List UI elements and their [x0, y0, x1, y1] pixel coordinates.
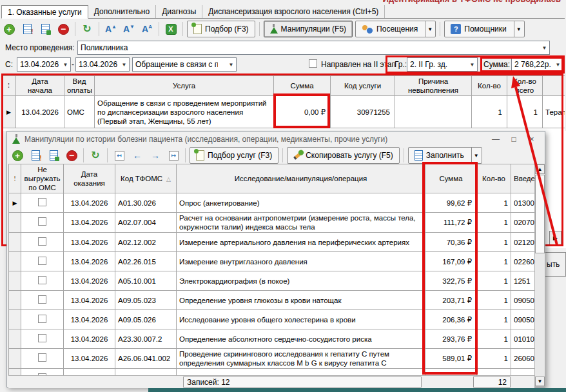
add-button[interactable]: +: [1, 21, 17, 37]
minimize-button[interactable]: —: [487, 132, 505, 146]
omc-checkbox[interactable]: [38, 217, 46, 226]
omc-checkbox[interactable]: [38, 295, 46, 304]
add-button[interactable]: +: [10, 148, 25, 163]
table-row[interactable]: 13.04.2026A23.30.007.2Определение абсолю…: [9, 329, 535, 349]
date-to-combobox[interactable]: 13.04.2026▼: [75, 57, 130, 72]
chevron-down-icon[interactable]: ▼: [226, 62, 236, 68]
table-row[interactable]: ▶13.04.2026A01.30.026Опрос (анкетировани…: [9, 193, 535, 213]
font-decrease-button[interactable]: A▼: [121, 21, 137, 37]
omc-checkbox-cell[interactable]: [21, 271, 64, 291]
podbor-uslug-button[interactable]: Подбор услуг (F3): [190, 147, 278, 164]
omc-checkbox-cell[interactable]: [21, 252, 64, 271]
delete-button[interactable]: −: [64, 148, 79, 163]
col-header-dept[interactable]: [543, 76, 565, 96]
scrollbar-thumb[interactable]: [535, 175, 545, 253]
omc-checkbox-cell[interactable]: [21, 310, 64, 329]
omc-checkbox[interactable]: [38, 334, 46, 342]
table-row[interactable]: 13.04.2026A26.06.041.002Проведение скрин…: [9, 349, 535, 369]
table-row[interactable]: 13.04.2026A05.10.001Электрокардиография …: [9, 271, 535, 291]
chevron-down-icon[interactable]: ▼: [553, 62, 563, 68]
column-options-icon[interactable]: ⁞: [9, 164, 21, 193]
table-row[interactable]: 13.04.2026A02.26.015Измерение внутриглаз…: [9, 252, 535, 271]
manipulations-button[interactable]: Манипуляции (F5): [264, 21, 353, 37]
table-row[interactable]: 13.04.2026A02.07.004Расчет на основании …: [9, 213, 535, 233]
save-button[interactable]: [37, 21, 53, 37]
chevron-down-icon[interactable]: ▼: [119, 62, 129, 68]
tab-diagnoses[interactable]: Диагнозы: [156, 5, 202, 18]
delete-button[interactable]: −: [55, 21, 71, 37]
last-record-button[interactable]: ↦: [166, 148, 181, 163]
fill-button[interactable]: Заполнить ▼: [408, 147, 482, 164]
col-header-qty[interactable]: Кол-во: [477, 164, 511, 193]
col-header-tfoms-code[interactable]: Код ТФОМС△: [115, 164, 177, 193]
omc-checkbox-cell[interactable]: [21, 193, 64, 213]
omc-checkbox[interactable]: [38, 237, 46, 246]
col-header-reason[interactable]: Причина невыполнения: [395, 76, 472, 96]
omc-checkbox-cell[interactable]: [21, 233, 64, 252]
tab-additional[interactable]: Дополнительно: [88, 5, 156, 18]
table-row[interactable]: 13.04.2026A09.05.023Определение уровня г…: [9, 291, 535, 310]
col-header-sum[interactable]: Сумма: [274, 76, 331, 96]
omc-checkbox[interactable]: [38, 257, 46, 265]
helpers-button[interactable]: ? Помощники ▼: [444, 21, 524, 37]
chevron-down-icon[interactable]: ▼: [467, 62, 477, 68]
col-header-code[interactable]: Код услуги: [331, 76, 395, 96]
col-header-sum[interactable]: Сумма: [425, 164, 477, 193]
fill-dropdown-arrow[interactable]: ▼: [471, 148, 481, 163]
tab-rendered-services[interactable]: 1. Оказанные услуги: [1, 5, 88, 19]
copy-service-button[interactable]: Скопировать услугу (F5): [287, 147, 400, 164]
chevron-down-icon[interactable]: ▼: [61, 62, 70, 68]
font-increase-button[interactable]: A▲: [103, 21, 119, 37]
col-header-qty-total[interactable]: Кол-во всего: [507, 76, 543, 96]
refresh-button[interactable]: ↻: [79, 21, 95, 37]
first-record-button[interactable]: ↤: [112, 148, 127, 163]
edit-button[interactable]: [28, 148, 43, 163]
excel-export-button[interactable]: X: [163, 21, 179, 37]
omc-checkbox[interactable]: [38, 353, 46, 362]
hscroll-right-button[interactable]: ▶: [549, 231, 561, 245]
group-combobox[interactable]: 2. II Гр. зд.▼: [407, 57, 478, 72]
place-combobox[interactable]: Поликлиника▼: [77, 41, 550, 55]
tab-dispensary[interactable]: Диспансеризация взрослого населения (Ctr…: [202, 5, 385, 18]
chevron-down-icon[interactable]: ▼: [540, 45, 549, 51]
podbor-button[interactable]: Подбор (F3): [187, 21, 255, 37]
col-header-payment[interactable]: Вид оплаты: [64, 76, 95, 96]
omc-checkbox[interactable]: [38, 198, 46, 206]
omc-checkbox-cell[interactable]: [21, 291, 64, 310]
table-row[interactable]: 13.04.2026A02.12.002Измерение артериальн…: [9, 233, 535, 252]
refresh-button[interactable]: ↻: [88, 148, 103, 163]
col-header-service[interactable]: Услуга: [95, 76, 274, 96]
col-header-entered[interactable]: Введен: [511, 164, 535, 193]
visits-dropdown-arrow[interactable]: ▼: [425, 21, 434, 37]
dialog-titlebar[interactable]: Манипуляции по истории болезни пациента …: [7, 132, 545, 147]
col-header-no-omc[interactable]: Не выгружать по ОМС: [21, 164, 64, 193]
vertical-scrollbar[interactable]: ▲ ▼: [534, 164, 545, 387]
maximize-button[interactable]: □: [505, 132, 523, 146]
font-size-button[interactable]: AA: [139, 21, 155, 37]
scroll-down-button[interactable]: ▼: [535, 377, 545, 386]
column-options-icon[interactable]: ⁞: [2, 76, 16, 96]
stage2-checkbox[interactable]: [309, 59, 317, 68]
edit-button[interactable]: [19, 21, 35, 37]
table-row[interactable]: 13.04.2026A09.05.026Исследование уровня …: [9, 310, 535, 329]
prev-record-button[interactable]: ←: [130, 148, 145, 163]
col-header-research[interactable]: Исследование/манипуляция/операция: [177, 164, 425, 193]
save-button[interactable]: [46, 148, 61, 163]
col-header-qty[interactable]: Кол-во: [472, 76, 507, 96]
service-filter-combobox[interactable]: Обращение в связи с проведением▼: [132, 57, 237, 72]
next-record-button[interactable]: →: [148, 148, 163, 163]
omc-checkbox[interactable]: [38, 276, 46, 284]
sum-combobox[interactable]: 2 768,22р.▼: [511, 57, 563, 72]
omc-checkbox-cell[interactable]: [21, 349, 64, 369]
table-row[interactable]: 13.04.2026B03.016.002Общий анализ крови …: [9, 369, 535, 376]
table-row[interactable]: ▶ 13.04.2026 ОМС Обращение в связи с про…: [2, 96, 565, 128]
omc-checkbox-cell[interactable]: [21, 329, 64, 349]
col-header-date[interactable]: Дата начала: [16, 76, 64, 96]
date-from-combobox[interactable]: 13.04.2026▼: [17, 57, 71, 72]
visits-button[interactable]: Посещения ▼: [355, 21, 436, 37]
omc-checkbox-cell[interactable]: [21, 213, 64, 233]
omc-checkbox-cell[interactable]: [21, 369, 64, 376]
omc-checkbox[interactable]: [38, 315, 46, 323]
col-header-date[interactable]: Дата оказания: [64, 164, 115, 193]
helpers-dropdown-arrow[interactable]: ▼: [514, 21, 523, 37]
